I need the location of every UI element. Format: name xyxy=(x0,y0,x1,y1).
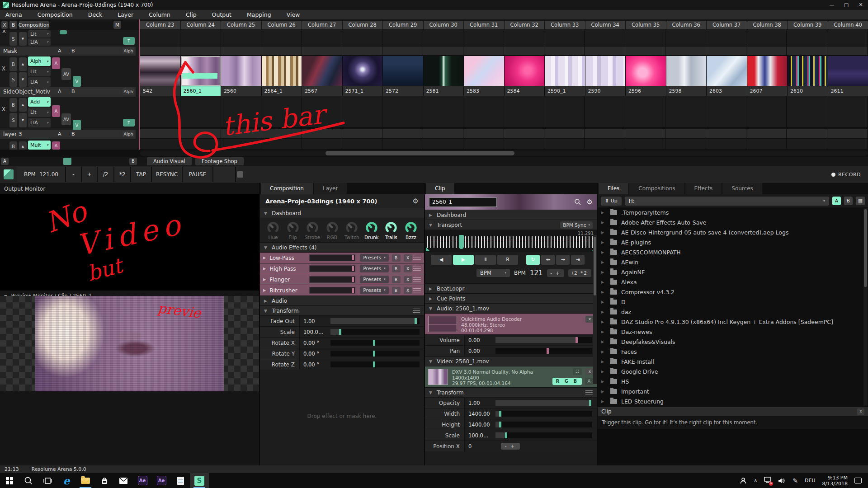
clip-thumbnail[interactable] xyxy=(707,56,747,86)
expand-triangle-icon[interactable]: ▶ xyxy=(601,320,608,324)
audio-effect-row[interactable]: ▶ High-Pass Presets▾ B X xyxy=(260,263,424,274)
folder-row[interactable]: ▶ Alexa xyxy=(598,277,868,287)
effect-slider-handle[interactable] xyxy=(352,266,354,271)
drag-handle-icon[interactable] xyxy=(413,277,421,282)
maximize-button[interactable]: ▢ xyxy=(839,0,854,10)
up-button[interactable]: ⬆ Up xyxy=(601,197,622,206)
drag-handle-icon[interactable] xyxy=(585,390,593,394)
taskbar-search-button[interactable] xyxy=(19,473,38,488)
bpm-plus-button[interactable]: + xyxy=(82,167,98,182)
section-dashboard[interactable]: ▼ Dashboard xyxy=(260,208,424,218)
clip-bpm-value[interactable]: 121 xyxy=(530,269,543,277)
column-header[interactable]: Column 25 xyxy=(221,21,261,29)
clip-thumbnail[interactable] xyxy=(262,56,302,86)
clip-name[interactable]: 2590 xyxy=(585,86,626,96)
task-view-button[interactable] xyxy=(38,473,57,488)
param-value[interactable]: 100.0… xyxy=(465,432,495,439)
param-slider[interactable] xyxy=(495,337,592,343)
taskbar-notepad[interactable] xyxy=(171,473,190,488)
expand-triangle-icon[interactable]: ▶ xyxy=(601,240,608,244)
column-header[interactable]: Column 39 xyxy=(788,21,828,29)
layer1-down-button[interactable]: ▼ xyxy=(19,113,27,127)
play-hold-button[interactable]: ⇥ xyxy=(571,255,585,265)
audio-effect-row[interactable]: ▶ Low-Pass Presets▾ B X xyxy=(260,252,424,263)
param-slider-handle[interactable] xyxy=(576,337,578,343)
clip-thumbnail[interactable] xyxy=(545,56,585,86)
effect-bypass-button[interactable]: B xyxy=(392,265,401,272)
menu-item[interactable]: Layer xyxy=(118,11,133,18)
layer1-audio-button[interactable]: A xyxy=(52,105,60,117)
param-slider-handle[interactable] xyxy=(415,318,417,324)
taskbar-after-effects-2[interactable]: Ae xyxy=(152,473,171,488)
path-dropdown[interactable]: H:▾ xyxy=(625,197,829,206)
empty-clip-row[interactable] xyxy=(140,30,868,46)
expand-triangle-icon[interactable]: ▶ xyxy=(601,389,608,394)
param-slider-handle[interactable] xyxy=(547,348,549,354)
clip-name[interactable]: 2603 xyxy=(707,86,747,96)
column-header[interactable]: Column 27 xyxy=(302,21,342,29)
record-button[interactable]: R xyxy=(497,255,518,265)
clip-name[interactable]: 2564_1 xyxy=(262,86,302,96)
timeline-ticks[interactable] xyxy=(427,236,594,248)
clip-thumbnail[interactable] xyxy=(585,56,626,86)
play-once-button[interactable]: → xyxy=(556,255,570,265)
fullscreen-icon[interactable]: ⛶ xyxy=(573,368,582,375)
start-button[interactable] xyxy=(0,473,19,488)
param-slider[interactable] xyxy=(330,318,420,324)
section-audio-effects[interactable]: ▼ Audio Effects (4) xyxy=(260,242,424,252)
column-header[interactable]: Column 30 xyxy=(424,21,464,29)
layer2-audio-button[interactable]: A xyxy=(52,57,60,69)
horizontal-scrollbar-thumb[interactable] xyxy=(326,151,514,155)
horizontal-scrollbar[interactable] xyxy=(140,150,868,156)
taskbar-after-effects-1[interactable]: Ae xyxy=(133,473,152,488)
layer1-x-button[interactable]: X xyxy=(2,106,5,113)
expand-triangle-icon[interactable]: ▶ xyxy=(601,360,608,364)
people-icon[interactable] xyxy=(740,477,747,484)
param-slider[interactable] xyxy=(495,422,592,427)
param-slider[interactable] xyxy=(330,361,420,367)
folder-row[interactable]: ▶ D xyxy=(598,297,868,307)
column-header[interactable]: Column 33 xyxy=(545,21,585,29)
column-header[interactable]: Column 26 xyxy=(262,21,302,29)
effect-bypass-button[interactable]: B xyxy=(392,287,401,294)
dashboard-knob[interactable]: Hue xyxy=(264,220,282,240)
clip-name[interactable]: 2567 xyxy=(302,86,342,96)
minimize-button[interactable]: — xyxy=(825,0,839,10)
effect-bypass-button[interactable]: B xyxy=(392,254,401,262)
collapse-triangle-icon[interactable]: ▼ xyxy=(264,211,268,216)
clip-thumbnail[interactable] xyxy=(424,56,464,86)
clip-name[interactable]: 2590_1 xyxy=(545,86,585,96)
param-value[interactable]: 0.00 xyxy=(465,337,495,343)
collapse-triangle-icon[interactable]: ▼ xyxy=(429,390,433,395)
param-slider[interactable] xyxy=(330,351,420,357)
clip-name[interactable]: 2560 xyxy=(221,86,261,96)
menu-item[interactable]: View xyxy=(287,11,300,18)
section-transport[interactable]: ▼ Transport BPM Sync▾ xyxy=(425,220,597,230)
tab-sources[interactable]: Sources xyxy=(722,183,762,194)
expand-triangle-icon[interactable]: ▶ xyxy=(601,310,608,314)
folder-row[interactable]: ▶ Google Drive xyxy=(598,366,868,376)
layer1-blend-lia[interactable]: LIA▾ xyxy=(28,118,51,127)
taskbar-resolume[interactable]: S xyxy=(190,473,209,488)
clip-name[interactable]: 2583 xyxy=(464,86,504,96)
column-header[interactable]: Column 40 xyxy=(828,21,868,29)
close-icon[interactable]: x xyxy=(857,408,864,415)
empty-clip-row[interactable] xyxy=(140,139,868,149)
folder-row[interactable]: ▶ DAZ Studio Pro 4.9.1.30 (x86x64) Incl … xyxy=(598,317,868,327)
language-indicator[interactable]: DEU xyxy=(805,478,815,483)
effect-presets-dropdown[interactable]: Presets▾ xyxy=(360,254,389,262)
empty-clip-row[interactable] xyxy=(140,96,868,127)
pen-icon[interactable]: ✎ xyxy=(793,477,798,484)
folder-row[interactable]: ▶ AECS5COMMONPATH xyxy=(598,247,868,257)
layer-top-x-button[interactable]: X xyxy=(2,30,6,34)
layer2-blend-lit[interactable]: Lit▾ xyxy=(28,67,51,76)
column-header[interactable]: Column 32 xyxy=(505,21,545,29)
expand-triangle-icon[interactable]: ▶ xyxy=(601,221,608,225)
layer2-x-button[interactable]: X xyxy=(2,66,5,72)
expand-triangle-icon[interactable]: ▶ xyxy=(601,340,608,344)
close-button[interactable]: ✕ xyxy=(854,0,868,10)
collapse-triangle-icon[interactable]: ▶ xyxy=(429,296,433,301)
record-button[interactable]: RECORD xyxy=(831,172,868,178)
bpm-display[interactable]: BPM 121.00 xyxy=(17,167,66,182)
section-cue-points[interactable]: ▶ Cue Points xyxy=(425,293,597,303)
